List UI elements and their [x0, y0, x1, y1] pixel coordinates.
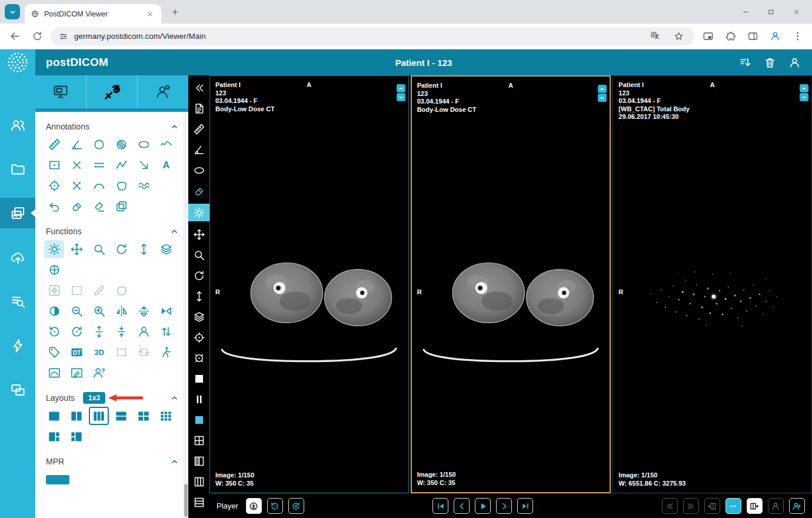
- blob-icon[interactable]: [111, 281, 131, 300]
- brightness-icon[interactable]: [188, 204, 209, 221]
- eraser-icon[interactable]: [66, 197, 86, 215]
- tr-prev-icon[interactable]: [454, 498, 470, 514]
- dbl-left-icon[interactable]: [188, 80, 209, 95]
- grid-cols3-icon[interactable]: [188, 474, 209, 489]
- grid-arrow-right-icon[interactable]: [747, 498, 763, 514]
- person-q-icon[interactable]: [89, 364, 109, 382]
- compass-icon[interactable]: [44, 261, 64, 279]
- grid-2x2-icon[interactable]: [134, 407, 154, 425]
- cross-icon[interactable]: [66, 156, 86, 174]
- select-rect-icon[interactable]: [66, 281, 86, 300]
- panel-scrollbar[interactable]: [183, 112, 188, 518]
- grid-arrow-left-icon[interactable]: [704, 498, 720, 514]
- site-info-icon[interactable]: [59, 32, 68, 41]
- zoom-in-icon[interactable]: [89, 302, 109, 320]
- ellipse-icon[interactable]: [134, 135, 154, 154]
- ruler-icon[interactable]: [44, 135, 64, 154]
- tr-first-icon[interactable]: [432, 498, 448, 514]
- pet-image[interactable]: [624, 238, 801, 356]
- series-scrollbar[interactable]: [598, 85, 607, 102]
- grid-3x3-icon[interactable]: [156, 407, 176, 425]
- cloud-up-icon[interactable]: [0, 242, 35, 273]
- invert-icon[interactable]: [44, 302, 64, 320]
- eraser-icon[interactable]: [188, 183, 209, 198]
- dashed-rect-icon[interactable]: [111, 343, 131, 361]
- browser-tab[interactable]: PostDICOM Viewer: [25, 4, 161, 24]
- series-scrollbar[interactable]: [397, 84, 405, 101]
- vscroll-icon[interactable]: [134, 240, 154, 258]
- person-icon[interactable]: [767, 29, 783, 44]
- flip-h-icon[interactable]: [111, 302, 131, 320]
- tr-next-icon[interactable]: [496, 498, 512, 514]
- flip-diag-icon[interactable]: [156, 302, 176, 320]
- sort-updown-icon[interactable]: [156, 323, 176, 341]
- screens-icon[interactable]: [0, 374, 35, 405]
- layers-icon[interactable]: [188, 309, 209, 324]
- min-icon[interactable]: [742, 8, 750, 16]
- ellipse-icon[interactable]: [188, 162, 209, 178]
- tab-search-button[interactable]: [5, 4, 20, 19]
- zoom-icon[interactable]: [188, 247, 209, 263]
- tab-close-icon[interactable]: [145, 9, 155, 19]
- trash-icon[interactable]: [763, 55, 777, 69]
- target-icon[interactable]: [188, 330, 209, 345]
- copy-layers-icon[interactable]: [111, 197, 131, 215]
- max-icon[interactable]: [767, 8, 775, 16]
- pip-icon[interactable]: [700, 29, 716, 44]
- tag-icon[interactable]: [44, 343, 64, 361]
- eraser-line-icon[interactable]: [89, 197, 109, 215]
- mpr-partial-item[interactable]: [46, 475, 69, 484]
- scroll-down-icon[interactable]: [598, 94, 607, 102]
- star-icon[interactable]: [671, 29, 686, 44]
- reload-icon[interactable]: [29, 29, 45, 44]
- threed-icon[interactable]: [89, 343, 109, 361]
- cross-dots-icon[interactable]: [66, 177, 86, 195]
- ct-axial-image[interactable]: [418, 234, 604, 384]
- translate-icon[interactable]: [647, 29, 663, 44]
- curve-icon[interactable]: [89, 177, 109, 195]
- rot-cw-plus-icon[interactable]: [288, 498, 304, 514]
- dbl-right-icon[interactable]: [683, 498, 699, 514]
- expand-v-icon[interactable]: [89, 323, 109, 341]
- grid-1x1-icon[interactable]: [44, 407, 64, 425]
- arrow-se-icon[interactable]: [134, 156, 154, 174]
- person-icon[interactable]: [768, 498, 784, 514]
- brightness-icon[interactable]: [44, 240, 64, 258]
- arrow-left-icon[interactable]: [7, 29, 22, 44]
- pan-icon[interactable]: [66, 240, 86, 258]
- viewport-1[interactable]: Patient I 123 03.04.1944 - F Body-Low Do…: [209, 75, 409, 493]
- cross-icon[interactable]: [793, 8, 800, 16]
- img-curve-icon[interactable]: [44, 364, 64, 382]
- list-search-icon[interactable]: [0, 286, 35, 317]
- blob-icon[interactable]: [111, 177, 131, 195]
- grid-rows3-icon[interactable]: [188, 494, 209, 510]
- monitor-card-icon[interactable]: [35, 75, 86, 108]
- url-bar[interactable]: germany.postdicom.com/Viewer/Main: [51, 27, 694, 46]
- waves-icon[interactable]: [134, 177, 154, 195]
- crop-rotate-icon[interactable]: [134, 343, 154, 361]
- layers-icon[interactable]: [156, 240, 176, 258]
- person-badge-icon[interactable]: [138, 75, 188, 108]
- new-tab-button[interactable]: [167, 4, 182, 19]
- zoom-out-icon[interactable]: [66, 302, 86, 320]
- person-icon[interactable]: [787, 55, 801, 69]
- person-plus-icon[interactable]: [789, 498, 805, 514]
- vscroll-icon[interactable]: [188, 288, 209, 304]
- flash-icon[interactable]: [0, 330, 35, 361]
- download-circle-icon[interactable]: [246, 498, 262, 514]
- ct-axial-image[interactable]: [216, 234, 402, 384]
- tr-last-icon[interactable]: [517, 498, 533, 514]
- users-icon[interactable]: [0, 109, 35, 140]
- dbl-left-icon[interactable]: [662, 498, 678, 514]
- target-icon[interactable]: [44, 177, 64, 195]
- person-icon[interactable]: [134, 323, 154, 341]
- rotate-icon[interactable]: [111, 240, 131, 258]
- parallel-icon[interactable]: [89, 156, 109, 174]
- cards-icon[interactable]: [0, 198, 35, 228]
- rect-dot-icon[interactable]: [44, 156, 64, 174]
- folder-icon[interactable]: [0, 154, 35, 184]
- url-text[interactable]: germany.postdicom.com/Viewer/Main: [74, 32, 641, 41]
- series-scrollbar[interactable]: [800, 84, 808, 101]
- ruler-icon[interactable]: [188, 121, 209, 137]
- squiggle-icon[interactable]: [156, 135, 176, 154]
